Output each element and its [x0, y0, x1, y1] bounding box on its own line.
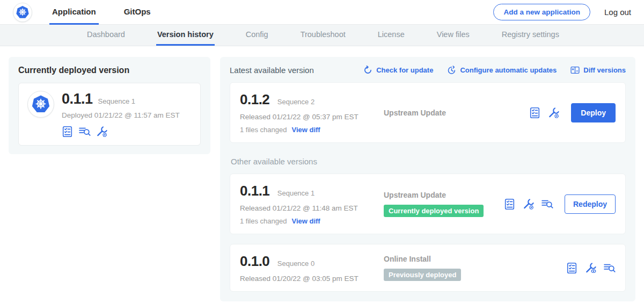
logs-search-icon[interactable] — [541, 198, 553, 210]
wrench-gear-icon[interactable] — [523, 198, 535, 210]
version-sequence: Sequence 2 — [277, 98, 314, 106]
subnav-config[interactable]: Config — [245, 25, 269, 46]
version-source: Upstream Update Currently deployed versi… — [380, 191, 504, 217]
view-diff-link[interactable]: View diff — [291, 126, 320, 134]
version-source: Upstream Update — [380, 109, 529, 117]
logs-search-icon[interactable] — [79, 126, 91, 138]
subnav-version-history[interactable]: Version history — [156, 25, 215, 46]
source-label: Upstream Update — [384, 109, 529, 117]
source-label: Online Install — [384, 255, 566, 263]
version-number: 0.1.0 — [240, 253, 269, 269]
refresh-icon — [363, 66, 372, 75]
version-info: 0.1.1 Sequence 1 Released 01/21/22 @ 11:… — [240, 183, 380, 225]
app-logo — [27, 91, 54, 118]
top-tab-bar: Application GitOps — [49, 0, 176, 25]
version-released: Released 01/21/22 @ 11:48 am EST — [240, 204, 380, 212]
version-sequence: Sequence 0 — [277, 259, 314, 268]
checklist-icon[interactable] — [566, 262, 578, 274]
tab-gitops-label: GitOps — [124, 7, 151, 16]
version-released: Released 01/21/22 @ 05:37 pm EST — [240, 113, 380, 121]
app-subnav: Dashboard Version history Config Trouble… — [0, 25, 644, 46]
version-number: 0.1.1 — [240, 183, 269, 199]
files-changed-label: 1 files changed — [240, 126, 287, 134]
previously-deployed-badge: Previously deployed — [384, 269, 461, 281]
logout-link[interactable]: Log out — [604, 8, 631, 17]
auto-update-clock-icon — [447, 66, 456, 75]
files-changed-label: 1 files changed — [240, 217, 287, 225]
deployed-version-number: 0.1.1 — [62, 91, 93, 107]
logs-search-icon[interactable] — [604, 262, 616, 274]
deployed-sequence: Sequence 1 — [98, 97, 135, 105]
wrench-eye-icon[interactable] — [585, 262, 597, 274]
version-actions — [566, 262, 616, 274]
version-actions: Redeploy — [504, 194, 616, 214]
subnav-license[interactable]: License — [377, 25, 406, 46]
version-row-0-1-2: 0.1.2 Sequence 2 Released 01/21/22 @ 05:… — [230, 82, 626, 143]
other-available-title: Other available versions — [231, 157, 625, 166]
configure-automatic-updates-link[interactable]: Configure automatic updates — [447, 66, 557, 75]
currently-deployed-card: Currently deployed version 0.1.1 Sequenc… — [9, 57, 210, 154]
version-sequence: Sequence 1 — [277, 189, 314, 197]
tab-application-label: Application — [52, 7, 96, 16]
subnav-registry-settings[interactable]: Registry settings — [501, 25, 560, 46]
subnav-dashboard[interactable]: Dashboard — [86, 25, 126, 46]
wrench-gear-icon[interactable] — [548, 107, 560, 119]
tab-application[interactable]: Application — [49, 0, 99, 25]
deployed-timestamp: Deployed 01/21/22 @ 11:57 am EST — [62, 111, 180, 119]
tab-gitops[interactable]: GitOps — [121, 0, 153, 25]
diff-versions-link[interactable]: Diff versions — [570, 66, 626, 75]
version-info: 0.1.0 Sequence 0 Released 01/20/22 @ 03:… — [240, 253, 380, 283]
top-nav-right: Add a new application Log out — [493, 4, 631, 20]
deployed-icon-row — [62, 126, 180, 138]
version-actions: Deploy — [529, 103, 616, 122]
currently-deployed-badge: Currently deployed version — [384, 205, 484, 217]
subnav-view-files[interactable]: View files — [436, 25, 471, 46]
checklist-icon[interactable] — [504, 198, 516, 210]
panel-actions: Check for update Configure automatic upd… — [363, 66, 626, 75]
version-row-0-1-0: 0.1.0 Sequence 0 Released 01/20/22 @ 03:… — [230, 244, 626, 292]
latest-available-title: Latest available version — [230, 66, 314, 75]
add-application-button[interactable]: Add a new application — [493, 4, 590, 20]
version-source: Online Install Previously deployed — [380, 255, 566, 281]
version-info: 0.1.2 Sequence 2 Released 01/21/22 @ 05:… — [240, 91, 380, 134]
deployed-version-tile: 0.1.1 Sequence 1 Deployed 01/21/22 @ 11:… — [18, 83, 201, 146]
diff-icon — [570, 66, 580, 75]
currently-deployed-title: Currently deployed version — [18, 66, 201, 75]
subnav-troubleshoot[interactable]: Troubleshoot — [299, 25, 347, 46]
diff-versions-label: Diff versions — [583, 66, 626, 74]
version-row-0-1-1: 0.1.1 Sequence 1 Released 01/21/22 @ 11:… — [230, 174, 626, 234]
checklist-icon[interactable] — [62, 126, 74, 138]
version-history-panel: Latest available version Check for updat… — [220, 57, 635, 301]
configure-automatic-updates-label: Configure automatic updates — [460, 66, 557, 74]
wrench-gear-icon[interactable] — [96, 126, 108, 138]
view-diff-link[interactable]: View diff — [291, 217, 320, 225]
source-label: Upstream Update — [384, 191, 504, 199]
version-number: 0.1.2 — [240, 91, 269, 107]
redeploy-button[interactable]: Redeploy — [565, 194, 616, 214]
main-content: Currently deployed version 0.1.1 Sequenc… — [0, 46, 644, 301]
panel-header: Latest available version Check for updat… — [230, 66, 626, 75]
checklist-icon[interactable] — [529, 107, 541, 119]
deploy-button[interactable]: Deploy — [571, 103, 616, 122]
deployed-version-info: 0.1.1 Sequence 1 Deployed 01/21/22 @ 11:… — [62, 91, 180, 138]
kubernetes-logo[interactable] — [13, 3, 32, 22]
version-released: Released 01/20/22 @ 03:05 pm EST — [240, 275, 380, 283]
check-for-update-label: Check for update — [376, 66, 433, 74]
check-for-update-link[interactable]: Check for update — [363, 66, 433, 75]
top-nav: Application GitOps Add a new application… — [0, 0, 644, 25]
